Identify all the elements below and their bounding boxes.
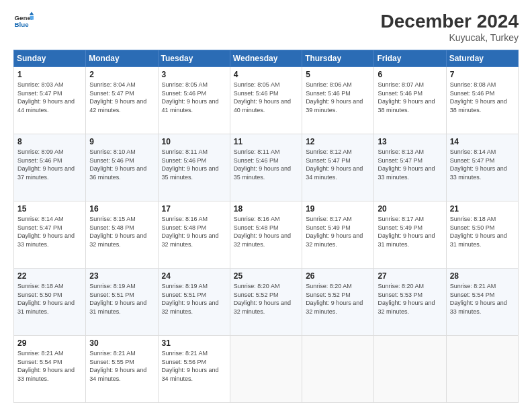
day-number: 30 <box>89 338 154 348</box>
cell-info: Sunrise: 8:17 AMSunset: 5:49 PMDaylight:… <box>306 216 363 248</box>
calendar-week-4: 22 Sunrise: 8:18 AMSunset: 5:50 PMDaylig… <box>14 269 519 336</box>
calendar-cell: 12 Sunrise: 8:12 AMSunset: 5:47 PMDaylig… <box>302 134 374 201</box>
day-header-wednesday: Wednesday <box>230 50 302 67</box>
day-number: 2 <box>89 70 154 79</box>
cell-info: Sunrise: 8:07 AMSunset: 5:46 PMDaylight:… <box>378 81 435 113</box>
calendar-cell: 1 Sunrise: 8:03 AMSunset: 5:47 PMDayligh… <box>14 67 86 134</box>
cell-info: Sunrise: 8:10 AMSunset: 5:46 PMDaylight:… <box>89 148 146 181</box>
day-number: 28 <box>450 271 515 281</box>
calendar-week-1: 1 Sunrise: 8:03 AMSunset: 5:47 PMDayligh… <box>14 67 519 134</box>
calendar-cell: 30 Sunrise: 8:21 AMSunset: 5:55 PMDaylig… <box>86 336 158 403</box>
cell-info: Sunrise: 8:11 AMSunset: 5:46 PMDaylight:… <box>162 148 219 181</box>
cell-info: Sunrise: 8:20 AMSunset: 5:53 PMDaylight:… <box>378 283 435 315</box>
calendar-week-5: 29 Sunrise: 8:21 AMSunset: 5:54 PMDaylig… <box>14 336 519 403</box>
calendar-cell: 24 Sunrise: 8:19 AMSunset: 5:51 PMDaylig… <box>158 269 230 336</box>
day-number: 29 <box>17 338 82 348</box>
header: General Blue December 2024 Kuyucak, Turk… <box>13 11 519 43</box>
day-header-monday: Monday <box>86 50 158 67</box>
calendar-cell: 15 Sunrise: 8:14 AMSunset: 5:47 PMDaylig… <box>14 201 86 269</box>
cell-info: Sunrise: 8:21 AMSunset: 5:54 PMDaylight:… <box>17 350 75 382</box>
calendar-cell: 3 Sunrise: 8:05 AMSunset: 5:46 PMDayligh… <box>158 67 230 134</box>
cell-info: Sunrise: 8:17 AMSunset: 5:49 PMDaylight:… <box>378 216 435 248</box>
calendar-cell: 25 Sunrise: 8:20 AMSunset: 5:52 PMDaylig… <box>230 269 302 336</box>
calendar-cell: 16 Sunrise: 8:15 AMSunset: 5:48 PMDaylig… <box>86 201 158 269</box>
cell-info: Sunrise: 8:11 AMSunset: 5:46 PMDaylight:… <box>234 148 291 181</box>
logo: General Blue <box>13 11 34 31</box>
cell-info: Sunrise: 8:05 AMSunset: 5:46 PMDaylight:… <box>234 81 291 113</box>
title-block: December 2024 Kuyucak, Turkey <box>381 11 519 43</box>
day-number: 4 <box>234 70 298 79</box>
cell-info: Sunrise: 8:18 AMSunset: 5:50 PMDaylight:… <box>450 216 507 248</box>
calendar-cell: 28 Sunrise: 8:21 AMSunset: 5:54 PMDaylig… <box>446 269 518 336</box>
day-number: 24 <box>162 271 226 281</box>
svg-marker-3 <box>30 16 34 20</box>
day-number: 11 <box>234 137 298 146</box>
cell-info: Sunrise: 8:19 AMSunset: 5:51 PMDaylight:… <box>89 283 146 315</box>
cell-info: Sunrise: 8:21 AMSunset: 5:56 PMDaylight:… <box>162 350 219 382</box>
calendar-header-row: SundayMondayTuesdayWednesdayThursdayFrid… <box>14 50 519 67</box>
calendar-cell: 20 Sunrise: 8:17 AMSunset: 5:49 PMDaylig… <box>374 201 446 269</box>
calendar-cell: 21 Sunrise: 8:18 AMSunset: 5:50 PMDaylig… <box>446 201 518 269</box>
cell-info: Sunrise: 8:21 AMSunset: 5:55 PMDaylight:… <box>89 350 146 382</box>
calendar-cell <box>446 336 518 403</box>
day-number: 19 <box>306 204 370 214</box>
cell-info: Sunrise: 8:16 AMSunset: 5:48 PMDaylight:… <box>162 216 219 248</box>
cell-info: Sunrise: 8:20 AMSunset: 5:52 PMDaylight:… <box>306 283 363 315</box>
day-number: 8 <box>17 137 82 146</box>
calendar-cell: 31 Sunrise: 8:21 AMSunset: 5:56 PMDaylig… <box>158 336 230 403</box>
day-header-tuesday: Tuesday <box>158 50 230 67</box>
svg-marker-2 <box>30 12 34 15</box>
calendar-table: SundayMondayTuesdayWednesdayThursdayFrid… <box>13 50 519 403</box>
cell-info: Sunrise: 8:13 AMSunset: 5:47 PMDaylight:… <box>378 148 435 181</box>
calendar-cell: 9 Sunrise: 8:10 AMSunset: 5:46 PMDayligh… <box>86 134 158 201</box>
day-number: 20 <box>378 204 442 214</box>
cell-info: Sunrise: 8:03 AMSunset: 5:47 PMDaylight:… <box>17 81 75 113</box>
cell-info: Sunrise: 8:12 AMSunset: 5:47 PMDaylight:… <box>306 148 363 181</box>
day-number: 31 <box>162 338 226 348</box>
day-number: 12 <box>306 137 370 146</box>
cell-info: Sunrise: 8:14 AMSunset: 5:47 PMDaylight:… <box>17 216 75 248</box>
calendar-cell: 13 Sunrise: 8:13 AMSunset: 5:47 PMDaylig… <box>374 134 446 201</box>
cell-info: Sunrise: 8:20 AMSunset: 5:52 PMDaylight:… <box>234 283 291 315</box>
day-header-thursday: Thursday <box>302 50 374 67</box>
calendar-cell: 5 Sunrise: 8:06 AMSunset: 5:46 PMDayligh… <box>302 67 374 134</box>
day-number: 21 <box>450 204 515 214</box>
day-number: 17 <box>162 204 226 214</box>
cell-info: Sunrise: 8:08 AMSunset: 5:46 PMDaylight:… <box>450 81 507 113</box>
cell-info: Sunrise: 8:18 AMSunset: 5:50 PMDaylight:… <box>17 283 75 315</box>
calendar-cell: 6 Sunrise: 8:07 AMSunset: 5:46 PMDayligh… <box>374 67 446 134</box>
calendar-cell: 19 Sunrise: 8:17 AMSunset: 5:49 PMDaylig… <box>302 201 374 269</box>
day-number: 18 <box>234 204 298 214</box>
calendar-cell <box>302 336 374 403</box>
calendar-cell: 2 Sunrise: 8:04 AMSunset: 5:47 PMDayligh… <box>86 67 158 134</box>
calendar-cell: 23 Sunrise: 8:19 AMSunset: 5:51 PMDaylig… <box>86 269 158 336</box>
calendar-cell: 8 Sunrise: 8:09 AMSunset: 5:46 PMDayligh… <box>14 134 86 201</box>
calendar-cell: 18 Sunrise: 8:16 AMSunset: 5:48 PMDaylig… <box>230 201 302 269</box>
day-number: 5 <box>306 70 370 79</box>
calendar-week-3: 15 Sunrise: 8:14 AMSunset: 5:47 PMDaylig… <box>14 201 519 269</box>
day-number: 26 <box>306 271 370 281</box>
svg-text:Blue: Blue <box>15 21 30 28</box>
calendar-cell: 4 Sunrise: 8:05 AMSunset: 5:46 PMDayligh… <box>230 67 302 134</box>
calendar-cell: 26 Sunrise: 8:20 AMSunset: 5:52 PMDaylig… <box>302 269 374 336</box>
cell-info: Sunrise: 8:15 AMSunset: 5:48 PMDaylight:… <box>89 216 146 248</box>
cell-info: Sunrise: 8:14 AMSunset: 5:47 PMDaylight:… <box>450 148 507 181</box>
cell-info: Sunrise: 8:09 AMSunset: 5:46 PMDaylight:… <box>17 148 75 181</box>
calendar-cell: 7 Sunrise: 8:08 AMSunset: 5:46 PMDayligh… <box>446 67 518 134</box>
day-number: 6 <box>378 70 442 79</box>
day-header-sunday: Sunday <box>14 50 86 67</box>
page: General Blue December 2024 Kuyucak, Turk… <box>0 0 532 411</box>
cell-info: Sunrise: 8:19 AMSunset: 5:51 PMDaylight:… <box>162 283 219 315</box>
calendar-week-2: 8 Sunrise: 8:09 AMSunset: 5:46 PMDayligh… <box>14 134 519 201</box>
calendar-cell: 22 Sunrise: 8:18 AMSunset: 5:50 PMDaylig… <box>14 269 86 336</box>
day-number: 14 <box>450 137 515 146</box>
day-number: 1 <box>17 70 82 79</box>
day-number: 15 <box>17 204 82 214</box>
day-number: 22 <box>17 271 82 281</box>
calendar-cell: 14 Sunrise: 8:14 AMSunset: 5:47 PMDaylig… <box>446 134 518 201</box>
calendar-cell: 10 Sunrise: 8:11 AMSunset: 5:46 PMDaylig… <box>158 134 230 201</box>
day-number: 13 <box>378 137 442 146</box>
day-number: 16 <box>89 204 154 214</box>
day-number: 10 <box>162 137 226 146</box>
day-number: 23 <box>89 271 154 281</box>
